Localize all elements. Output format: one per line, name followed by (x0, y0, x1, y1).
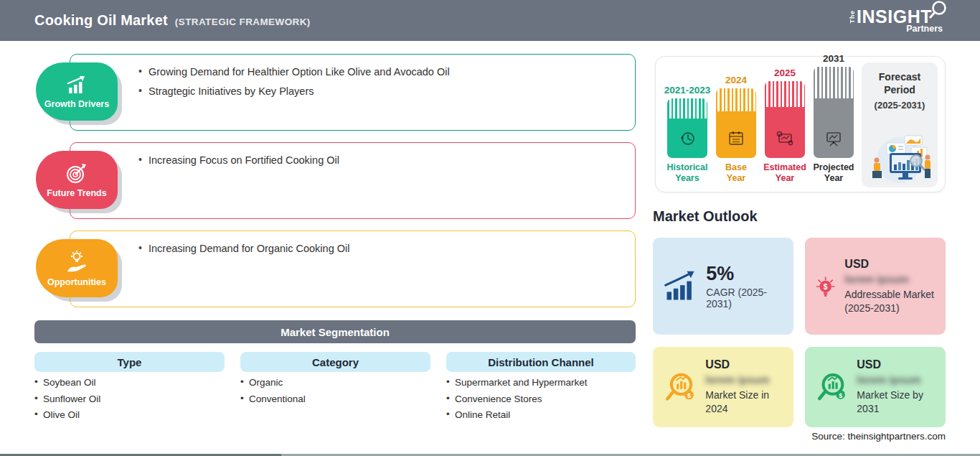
idea-hand-icon (63, 250, 90, 274)
segment-header-type: Type (34, 352, 225, 372)
card-label: Market Size by 2031 (857, 388, 938, 416)
timeline-estimated: 2025 Estimated Year (764, 68, 806, 183)
bar-caption: Estimated Year (763, 162, 806, 183)
addressable-market-card: $ USD lorem ipsum Addressable Market (20… (805, 238, 946, 335)
target-icon (64, 162, 90, 185)
type-list: Soybean Oil Sunflower Oil Olive Oil (34, 377, 100, 426)
list-item: Sunflower Oil (34, 394, 100, 404)
segment-header-category: Category (240, 352, 430, 372)
gear-chart-icon (775, 129, 795, 148)
magnifier-chart-icon-green: $ (815, 368, 848, 406)
future-trends-box: Increasing Focus on Fortified Cooking Oi… (70, 142, 636, 219)
opportunity-bullet: Increasing Demand for Organic Cooking Oi… (138, 243, 621, 254)
list-item: Conventional (240, 394, 306, 404)
bar-caption: Historical Years (666, 162, 708, 183)
year-label: 2025 (774, 68, 796, 78)
growth-drivers-box: Growing Demand for Healthier Option Like… (70, 54, 636, 131)
cagr-label: CAGR (2025-2031) (706, 287, 786, 310)
bulb-dollar-icon: $ (815, 266, 836, 307)
opportunities-label: Opportunities (47, 277, 106, 287)
market-outlook-title: Market Outlook (653, 208, 758, 225)
cagr-card: 5% CAGR (2025-2031) (653, 238, 793, 335)
segment-header-distribution: Distribution Channel (446, 352, 636, 372)
insight-partners-logo: The INSIGHT Partners (849, 8, 948, 34)
forecast-period-range: (2025-2031) (875, 100, 925, 111)
svg-text:$: $ (687, 392, 691, 399)
market-size-2024-card: $ USD lorem ipsum Market Size in 2024 (653, 347, 793, 427)
calendar-icon (727, 129, 745, 148)
list-item: Convenience Stores (446, 394, 588, 404)
historical-bar (667, 98, 707, 158)
history-clock-icon (678, 129, 697, 148)
timeline-card: 2021-2023 Historical Years 2024 (655, 56, 946, 192)
future-trend-bullet: Increasing Focus on Fortified Cooking Oi… (138, 154, 621, 166)
page-title: Cooking Oil Market (34, 12, 168, 29)
list-item: Olive Oil (34, 409, 100, 420)
opportunities-badge: Opportunities (36, 239, 118, 297)
logo-the-text: The (849, 10, 856, 23)
logo-partners-text: Partners (906, 24, 943, 34)
category-list: Organic Conventional (240, 377, 306, 409)
source-attribution: Source: theinsightpartners.com (811, 431, 946, 442)
growth-drivers-label: Growth Drivers (44, 99, 109, 109)
future-trends-badge: Future Trends (36, 151, 118, 209)
year-label: 2024 (725, 75, 747, 85)
infographic-canvas: Cooking Oil Market (STRATEGIC FRAMEWORK)… (0, 0, 980, 456)
opportunities-box: Increasing Demand for Organic Cooking Oi… (70, 231, 636, 307)
estimated-year-bar (765, 81, 805, 158)
currency-label: USD (857, 358, 938, 371)
year-label: 2021-2023 (664, 85, 711, 96)
market-segmentation-bar: Market Segmentation (34, 320, 636, 343)
currency-label: USD (844, 258, 938, 271)
svg-text:$: $ (824, 282, 828, 290)
card-label: Market Size in 2024 (705, 388, 786, 416)
forecast-period-title: Forecast Period (866, 71, 933, 96)
analytics-illustration (865, 127, 934, 183)
redacted-value: lorem ipsum (705, 373, 786, 386)
logo-insight-text: INSIGHT (857, 8, 932, 26)
market-size-2031-card: $ USD lorem ipsum Market Size by 2031 (805, 347, 946, 427)
bar-caption: Projected Year (813, 162, 854, 183)
list-item: Soybean Oil (34, 377, 100, 388)
growth-driver-bullet: Stragtegic Initiatives by Key Players (138, 85, 621, 97)
list-item: Supermarket and Hypermarket (446, 377, 588, 388)
card-label: Addressable Market (2025-2031) (844, 288, 938, 315)
svg-text:$: $ (839, 392, 842, 399)
base-year-bar (716, 88, 756, 158)
year-label: 2031 (823, 53, 844, 64)
forecast-period-panel: Forecast Period (2025-2031) (862, 62, 938, 187)
timeline-base: 2024 Base Year (715, 75, 757, 183)
timeline-bars: 2021-2023 Historical Years 2024 (666, 53, 854, 183)
growth-driver-bullet: Growing Demand for Healthier Option Like… (138, 66, 621, 78)
growth-chart-icon (663, 269, 697, 304)
presentation-icon (824, 129, 843, 148)
timeline-projected: 2031 Projected Year (813, 53, 854, 183)
bar-chart-arrow-icon (64, 75, 90, 96)
bar-caption: Base Year (715, 162, 757, 183)
list-item: Organic (240, 377, 306, 388)
currency-label: USD (705, 358, 786, 371)
redacted-value: lorem ipsum (844, 273, 938, 285)
redacted-value: lorem ipsum (857, 373, 938, 386)
header-bar: Cooking Oil Market (STRATEGIC FRAMEWORK)… (0, 0, 980, 41)
page-subtitle: (STRATEGIC FRAMEWORK) (175, 17, 311, 27)
cagr-value: 5% (706, 263, 786, 285)
magnifier-chart-icon-orange: $ (663, 368, 697, 406)
list-item: Online Retail (446, 409, 588, 420)
timeline-historical: 2021-2023 Historical Years (666, 85, 708, 183)
projected-year-bar (814, 67, 854, 158)
future-trends-label: Future Trends (47, 188, 106, 198)
distribution-list: Supermarket and Hypermarket Convenience … (446, 377, 588, 426)
magnifier-icon (927, 0, 948, 23)
growth-drivers-badge: Growth Drivers (36, 62, 118, 121)
